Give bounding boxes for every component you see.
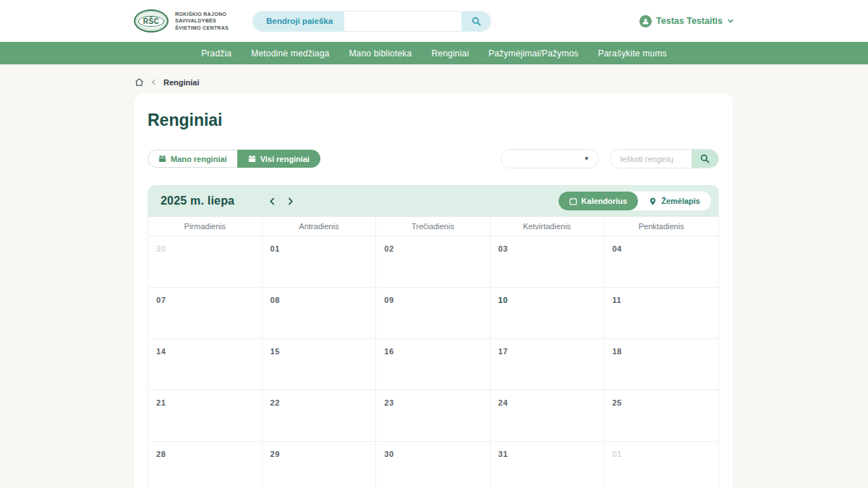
my-events-label: Mano renginiai — [171, 155, 227, 163]
calendar-day-cell[interactable]: 10 — [490, 288, 605, 339]
user-avatar-icon — [639, 15, 652, 27]
calendar-day-cell[interactable]: 28 — [148, 442, 263, 488]
day-number: 18 — [612, 347, 621, 356]
nav-item-6[interactable]: Parašykite mums — [598, 48, 667, 59]
search-icon — [700, 154, 710, 163]
calendar-day-cell[interactable]: 01 — [604, 442, 718, 488]
calendar-day-cell[interactable]: 29 — [263, 442, 377, 488]
calendar-month-title: 2025 m. liepa — [161, 194, 234, 207]
calendar-header: 2025 m. liepa — [148, 185, 719, 217]
filter-controls: ▼ — [501, 149, 719, 168]
calendar-icon — [248, 155, 256, 163]
prev-month-button[interactable] — [266, 194, 278, 208]
day-number: 04 — [612, 244, 621, 253]
weekday-header: Pirmadienis — [148, 217, 263, 236]
calendar-day-cell[interactable]: 16 — [376, 339, 490, 390]
calendar-day-cell[interactable]: 30 — [148, 236, 263, 288]
calendar-day-cell[interactable]: 30 — [376, 442, 490, 488]
calendar-day-cell[interactable]: 25 — [604, 390, 718, 442]
map-view-button[interactable]: Žemėlapis — [638, 192, 711, 210]
calendar-grid: 3001020304070809101114151617182122232425… — [148, 236, 718, 488]
day-number: 09 — [384, 296, 393, 304]
calendar-day-cell[interactable]: 21 — [148, 390, 263, 442]
day-number: 15 — [271, 347, 280, 356]
calendar-view-label: Kalendorius — [582, 197, 628, 205]
all-events-button[interactable]: Visi renginiai — [237, 150, 320, 168]
breadcrumb: Renginiai — [135, 77, 868, 87]
global-search: Bendroji paieška — [253, 12, 490, 31]
next-month-button[interactable] — [284, 194, 296, 208]
caret-down-icon: ▼ — [584, 155, 590, 162]
nav-item-1[interactable]: Pradžia — [201, 48, 231, 59]
day-number: 10 — [498, 296, 508, 304]
map-view-label: Žemėlapis — [661, 197, 700, 205]
day-number: 16 — [384, 347, 393, 356]
calendar-day-cell[interactable]: 02 — [376, 236, 490, 288]
weekday-header: Penktadienis — [604, 217, 718, 236]
events-search-button[interactable] — [692, 150, 718, 168]
day-number: 03 — [498, 244, 508, 253]
all-events-label: Visi renginiai — [260, 155, 310, 163]
nav-item-2[interactable]: Metodinė medžiaga — [251, 48, 329, 59]
global-search-button[interactable] — [461, 12, 490, 31]
weekday-header: Trečiadienis — [376, 217, 490, 236]
calendar-day-cell[interactable]: 31 — [490, 442, 605, 488]
user-name: Testas Testaitis — [656, 16, 723, 26]
day-number: 25 — [612, 398, 621, 407]
calendar-nav — [266, 194, 296, 208]
day-number: 08 — [271, 296, 280, 304]
calendar-day-cell[interactable]: 14 — [148, 339, 263, 390]
weekday-header: Ketvirtadienis — [490, 217, 605, 236]
calendar-day-cell[interactable]: 22 — [263, 390, 377, 442]
day-number: 01 — [612, 450, 621, 458]
events-search — [610, 149, 719, 168]
calendar-day-cell[interactable]: 07 — [148, 288, 263, 339]
calendar-day-cell[interactable]: 04 — [604, 236, 718, 288]
org-name-line1: ROKIŠKIO RAJONO — [175, 11, 229, 17]
nav-item-3[interactable]: Mano biblioteka — [349, 48, 412, 59]
events-search-input[interactable] — [610, 150, 692, 168]
org-name-line2: SAVIVALDYBĖS — [175, 17, 229, 24]
day-number: 23 — [384, 398, 393, 407]
day-number: 30 — [156, 244, 166, 253]
calendar-day-cell[interactable]: 18 — [604, 339, 718, 390]
search-icon — [472, 17, 481, 26]
global-search-input[interactable] — [344, 12, 461, 31]
calendar-day-cell[interactable]: 24 — [490, 390, 605, 442]
calendar-icon — [158, 155, 166, 163]
day-number: 14 — [156, 347, 166, 356]
calendar-day-cell[interactable]: 01 — [263, 236, 377, 288]
nav-item-5[interactable]: Pažymėjimai/Pažymos — [488, 48, 579, 59]
day-number: 28 — [156, 450, 166, 458]
weekday-row: PirmadienisAntradienisTrečiadienisKetvir… — [148, 217, 718, 236]
calendar-day-cell[interactable]: 23 — [376, 390, 490, 442]
calendar-day-cell[interactable]: 03 — [490, 236, 605, 288]
day-number: 29 — [271, 450, 280, 458]
map-pin-icon — [649, 197, 657, 205]
org-logo[interactable]: RŠC ROKIŠKIO RAJONO SAVIVALDYBĖS ŠVIETIM… — [134, 9, 229, 33]
day-number: 11 — [612, 296, 621, 304]
day-number: 31 — [498, 450, 508, 458]
category-select[interactable]: ▼ — [501, 149, 599, 168]
day-number: 30 — [384, 450, 393, 458]
calendar-day-cell[interactable]: 15 — [263, 339, 377, 390]
calendar-day-cell[interactable]: 17 — [490, 339, 605, 390]
calendar-table: PirmadienisAntradienisTrečiadienisKetvir… — [148, 217, 719, 488]
user-menu[interactable]: Testas Testaitis — [639, 15, 734, 27]
chevron-left-icon — [150, 79, 157, 85]
day-number: 24 — [498, 398, 508, 407]
day-number: 07 — [156, 296, 166, 304]
calendar-day-cell[interactable]: 11 — [604, 288, 718, 339]
org-name: ROKIŠKIO RAJONO SAVIVALDYBĖS ŠVIETIMO CE… — [175, 11, 229, 30]
day-number: 22 — [271, 398, 280, 407]
view-toggle: Kalendorius Žemėlapis — [558, 191, 712, 211]
home-icon[interactable] — [135, 77, 144, 87]
calendar-day-cell[interactable]: 08 — [263, 288, 377, 339]
calendar-day-cell[interactable]: 09 — [376, 288, 490, 339]
chevron-down-icon — [727, 17, 734, 25]
events-scope-toggle: Mano renginiai Visi renginiai — [148, 150, 320, 168]
content-card: Renginiai Mano renginiai — [134, 93, 733, 488]
calendar-view-button[interactable]: Kalendorius — [558, 192, 639, 210]
my-events-button[interactable]: Mano renginiai — [148, 150, 237, 168]
nav-item-4[interactable]: Renginiai — [431, 48, 469, 59]
